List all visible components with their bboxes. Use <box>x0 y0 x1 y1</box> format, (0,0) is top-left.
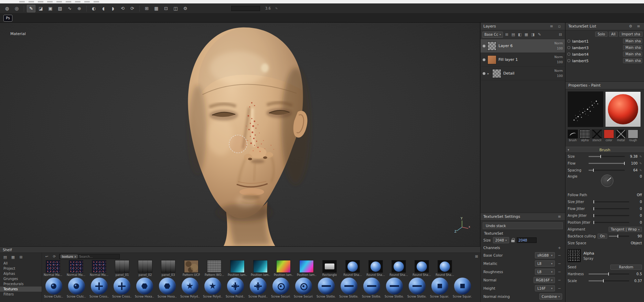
rotate-right-icon[interactable]: ⟳ <box>128 5 137 12</box>
shelf-titlebar[interactable]: Shelf <box>0 247 480 253</box>
shelf-asset[interactable]: Normal Ma... <box>45 260 61 277</box>
shelf-asset[interactable]: Screw Hexa... <box>136 278 153 298</box>
shelf-asset-thumbnail[interactable] <box>253 260 268 273</box>
jitter-slider[interactable] <box>594 201 629 202</box>
shelf-asset[interactable]: Screw Securi... <box>294 278 312 298</box>
shelf-asset[interactable]: Screw Clutc... <box>67 278 85 298</box>
shelf-asset[interactable]: Round Sha... <box>345 260 360 277</box>
textureset-row[interactable]: lambert4 Main sha <box>566 51 644 57</box>
backface-toggle[interactable]: On <box>598 234 607 239</box>
size-space-value[interactable]: Object <box>631 241 642 245</box>
shelf-asset[interactable]: Screw Slotte... <box>317 278 335 298</box>
shelf-asset[interactable]: Screw Polyd... <box>181 278 199 298</box>
jitter-slider[interactable] <box>594 222 629 223</box>
shelf-asset-thumbnail[interactable] <box>45 278 62 294</box>
panel-detach-icon[interactable]: ▫ <box>557 24 562 29</box>
shelf-asset[interactable]: Screw Hexa... <box>158 278 176 298</box>
shelf-asset-thumbnail[interactable] <box>138 260 152 273</box>
brush-stroke-preview[interactable] <box>568 91 603 127</box>
shelf-asset[interactable]: Screw Squar... <box>453 278 471 298</box>
layer-visibility-icon[interactable] <box>483 58 485 61</box>
size-select[interactable]: 2048 <box>493 237 509 243</box>
shelf-asset-thumbnail[interactable] <box>409 278 426 294</box>
channel-format-select[interactable]: sRGB8 <box>535 252 555 258</box>
remove-channel-icon[interactable] <box>557 261 562 266</box>
layer-row[interactable]: Layer 6 Norm 100 <box>481 39 565 53</box>
param-edit-icon[interactable] <box>639 168 642 172</box>
search-tag-chip[interactable]: texture <box>61 255 78 258</box>
folder-open-icon[interactable]: ▦ <box>10 254 16 260</box>
lasso-right-icon[interactable]: ◗ <box>109 5 117 12</box>
add-fill-layer-icon[interactable]: ▤ <box>511 32 516 37</box>
alpha-thumbnail[interactable] <box>568 249 581 262</box>
search-input[interactable] <box>79 255 118 258</box>
shelf-asset-thumbnail[interactable] <box>431 278 448 294</box>
material-sphere-icon[interactable]: ◍ <box>3 5 11 12</box>
uv-grid-icon[interactable]: ⊞ <box>142 5 151 12</box>
thumbnail-view-icon[interactable]: ⊞ <box>475 254 478 259</box>
brush-section-header[interactable]: ▾ Brush <box>566 147 644 153</box>
shader-assign-button[interactable]: Main sha <box>623 45 642 50</box>
add-mask-icon[interactable]: ◧ <box>517 32 523 37</box>
param-slider[interactable] <box>589 170 625 171</box>
shelf-asset[interactable]: Screw Pozid... <box>226 278 244 298</box>
projection-tool-icon[interactable]: ▣ <box>46 5 55 12</box>
shelf-asset[interactable]: Round Sha... <box>437 260 452 277</box>
color-picker-icon[interactable]: ◐ <box>89 5 98 12</box>
shader-assign-button[interactable]: Main sha <box>623 38 642 44</box>
lasso-left-icon[interactable]: ◖ <box>99 5 108 12</box>
panel-settings-icon[interactable]: ⚙ <box>628 24 633 29</box>
shelf-asset-thumbnail[interactable] <box>272 278 289 294</box>
shelf-asset-thumbnail[interactable] <box>295 278 312 294</box>
param-slider[interactable] <box>589 156 625 157</box>
normal-mixing-select[interactable]: Combine <box>539 293 562 300</box>
alpha-slot[interactable]: Alpha Spray <box>566 246 644 264</box>
settings-icon[interactable]: ⚙ <box>181 5 190 12</box>
shelf-asset-thumbnail[interactable] <box>345 260 360 273</box>
shelf-asset[interactable]: Normal Ma... <box>92 260 107 277</box>
shelf-asset-thumbnail[interactable] <box>363 278 380 294</box>
properties-header[interactable]: Properties - Paint <box>566 82 644 89</box>
shelf-asset-thumbnail[interactable] <box>182 278 198 294</box>
shelf-asset-thumbnail[interactable] <box>368 260 383 273</box>
undo-stack-button[interactable]: Undo stack <box>483 222 563 229</box>
panel-menu-icon[interactable]: ≡ <box>549 24 554 29</box>
shelf-asset[interactable]: Rectangle <box>322 260 337 277</box>
eraser-tool-icon[interactable]: ◪ <box>36 5 45 12</box>
collapse-icon[interactable]: ▾ <box>568 148 569 152</box>
mirror-icon[interactable]: ◫ <box>171 5 180 12</box>
layer-visibility-icon[interactable] <box>483 72 485 75</box>
remove-channel-icon[interactable] <box>557 277 562 283</box>
remove-channel-icon[interactable] <box>557 269 562 275</box>
shelf-asset[interactable]: Pattern WO... <box>207 260 222 277</box>
shader-assign-button[interactable]: Main sha <box>623 58 642 63</box>
shelf-asset-thumbnail[interactable] <box>91 278 108 294</box>
shelf-asset[interactable]: panel_01 <box>115 260 130 277</box>
jitter-slider[interactable] <box>594 215 629 216</box>
shelf-asset-thumbnail[interactable] <box>92 260 106 273</box>
shelf-asset-thumbnail[interactable] <box>250 278 267 294</box>
shelf-asset-thumbnail[interactable] <box>299 260 314 273</box>
backface-slider[interactable] <box>609 236 629 237</box>
shelf-asset[interactable]: Screw Clutc... <box>45 278 63 298</box>
shelf-asset[interactable]: Position lam... <box>276 260 291 277</box>
layer-thumbnail[interactable] <box>487 55 496 64</box>
brush-tool-icon[interactable]: ✎ <box>27 5 35 12</box>
textureset-row[interactable]: lambert5 Main sha <box>566 57 644 64</box>
shelf-asset-thumbnail[interactable] <box>230 260 245 273</box>
textureset-visibility-radio[interactable] <box>567 46 570 49</box>
shelf-asset[interactable]: Pattern UCP <box>184 260 199 277</box>
shelf-asset-thumbnail[interactable] <box>318 278 335 294</box>
shelf-asset[interactable]: Screw Slotte... <box>408 278 426 298</box>
shelf-asset[interactable]: Screw Slotte... <box>385 278 403 298</box>
clone-tool-icon[interactable]: ⊕ <box>75 5 84 12</box>
shelf-asset[interactable]: Screw Slotte... <box>363 278 380 298</box>
param-slider[interactable] <box>589 163 625 164</box>
shelf-asset-thumbnail[interactable] <box>136 278 153 294</box>
param-edit-icon[interactable] <box>639 154 642 159</box>
remove-channel-icon[interactable] <box>557 253 562 258</box>
paint-effect-icon[interactable]: ✎ <box>537 32 542 37</box>
shelf-asset-thumbnail[interactable] <box>386 278 403 294</box>
textureset-settings-header[interactable]: TextureSet Settings ≡ <box>481 213 565 221</box>
shelf-category[interactable]: Procedurals <box>0 281 42 287</box>
